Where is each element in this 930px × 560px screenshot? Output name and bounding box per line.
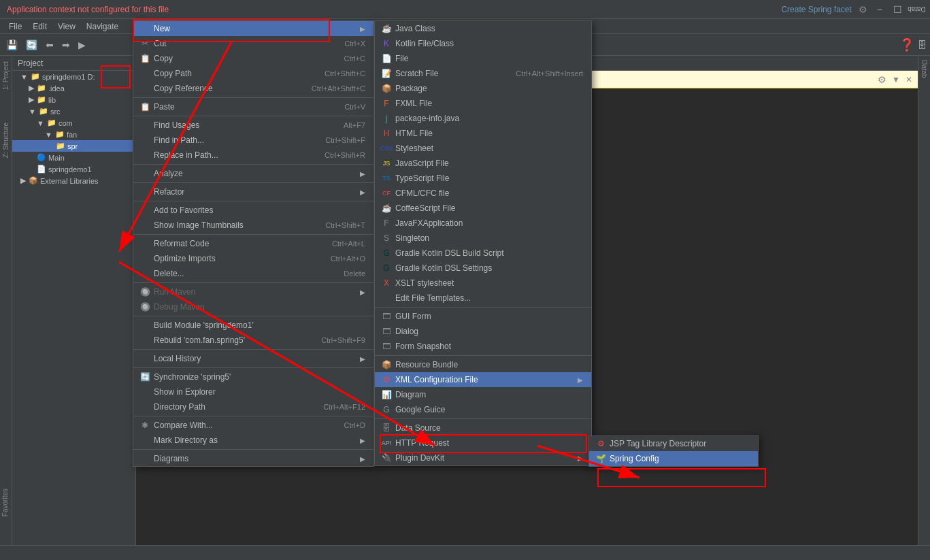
context-menu-compare-with[interactable]: ✱ Compare With... Ctrl+D — [133, 418, 373, 433]
new-data-source[interactable]: 🗄 Data Source — [375, 421, 591, 435]
restore-button[interactable]: ☐ — [891, 4, 905, 15]
context-menu-rebuild[interactable]: Rebuild 'com.fan.spring5' Ctrl+Shift+F9 — [133, 333, 373, 348]
context-menu-local-history[interactable]: Local History ▶ — [133, 351, 373, 366]
new-scratch-file[interactable]: 📝 Scratch File Ctrl+Alt+Shift+Insert — [375, 66, 591, 81]
context-menu-synchronize[interactable]: 🔄 Synchronize 'spring5' — [133, 369, 373, 384]
context-menu-run-maven[interactable]: 🔘 Run Maven ▶ — [133, 284, 373, 299]
create-spring-facet-link[interactable]: Create Spring facet — [781, 5, 851, 14]
sidebar-project-tab[interactable]: 1: Project — [1, 59, 11, 93]
new-diagram[interactable]: 📊 Diagram — [375, 387, 591, 402]
context-menu-cut[interactable]: ✂ Cut Ctrl+X — [133, 36, 373, 51]
new-google-guice[interactable]: G Google Guice — [375, 402, 591, 417]
menu-view[interactable]: View — [52, 20, 81, 33]
new-cfml[interactable]: CF CFML/CFC file — [375, 186, 591, 201]
context-menu-reformat[interactable]: Reformat Code Ctrl+Alt+L — [133, 236, 373, 251]
plugin-devkit-icon: 🔌 — [380, 453, 393, 463]
new-package[interactable]: 📦 Package — [375, 81, 591, 96]
tree-item-fan[interactable]: ▼📁fan — [12, 129, 135, 140]
toolbar-icon-4[interactable]: ➡ — [59, 38, 73, 52]
new-stylesheet[interactable]: CSS Stylesheet — [375, 141, 591, 156]
toolbar-icon-1[interactable]: 💾 — [3, 38, 20, 52]
context-menu-show-thumbnails[interactable]: Show Image Thumbnails Ctrl+Shift+T — [133, 218, 373, 233]
xml-spring-config[interactable]: 🌱 Spring Config — [589, 451, 758, 466]
xml-config-icon: ⚙ — [380, 375, 393, 384]
new-js[interactable]: JS JavaScript File — [375, 156, 591, 171]
context-menu-directory-path[interactable]: Directory Path Ctrl+Alt+F12 — [133, 399, 373, 414]
context-menu-add-favorites[interactable]: Add to Favorites — [133, 203, 373, 218]
menu-file[interactable]: File — [3, 20, 27, 33]
context-menu-replace-in-path[interactable]: Replace in Path... Ctrl+Shift+R — [133, 148, 373, 163]
context-menu-analyze[interactable]: Analyze ▶ — [133, 166, 373, 181]
new-kotlin-file[interactable]: K Kotlin File/Class — [375, 36, 591, 51]
submenu-xml: ⚙ JSP Tag Library Descriptor 🌱 Spring Co… — [588, 435, 759, 467]
new-gradle-build[interactable]: G Gradle Kotlin DSL Build Script — [375, 246, 591, 261]
context-menu-diagrams[interactable]: Diagrams ▶ — [133, 451, 373, 466]
minimize-button[interactable]: − — [874, 4, 885, 15]
context-menu-build-module[interactable]: Build Module 'springdemo1' — [133, 318, 373, 333]
analyze-arrow-icon: ▶ — [360, 170, 365, 178]
sidebar-structure-tab[interactable]: Z: Structure — [1, 120, 11, 161]
toolbar-icon-2[interactable]: 🔄 — [23, 38, 40, 52]
new-html[interactable]: H HTML File — [375, 126, 591, 141]
new-dialog[interactable]: 🗖 Dialog — [375, 324, 591, 339]
context-menu-mark-dir[interactable]: Mark Directory as ▶ — [133, 433, 373, 448]
help-icon[interactable]: ❓ — [899, 37, 914, 52]
context-menu-optimize-imports[interactable]: Optimize Imports Ctrl+Alt+O — [133, 251, 373, 266]
tree-item-spr[interactable]: 📁spr — [12, 140, 135, 152]
new-gui-form[interactable]: 🗖 GUI Form — [375, 309, 591, 324]
new-http-request[interactable]: API HTTP Request — [375, 435, 591, 450]
xml-jsp-tag-library[interactable]: ⚙ JSP Tag Library Descriptor — [589, 436, 758, 451]
new-xslt[interactable]: X XSLT stylesheet — [375, 276, 591, 291]
new-plugin-devkit[interactable]: 🔌 Plugin DevKit ▶ — [375, 450, 591, 465]
notification-arrow-icon[interactable]: ▼ — [892, 75, 900, 84]
favorites-tab[interactable]: Favorites — [0, 486, 10, 519]
tree-item-external-libs[interactable]: ▶📦External Libraries — [12, 175, 135, 186]
js-icon: JS — [380, 160, 393, 167]
cut-icon: ✂ — [139, 39, 151, 48]
toolbar-icon-3[interactable]: ⬅ — [43, 38, 56, 52]
new-resource-bundle[interactable]: 📦 Resource Bundle — [375, 357, 591, 372]
menu-edit[interactable]: Edit — [27, 20, 52, 33]
new-edit-templates[interactable]: Edit File Templates... — [375, 291, 591, 306]
menu-navigate[interactable]: Navigate — [81, 20, 124, 33]
gear-icon[interactable]: ⚙ — [859, 4, 867, 15]
run-maven-arrow-icon: ▶ — [360, 289, 365, 296]
context-menu-copy-ref[interactable]: Copy Reference Ctrl+Alt+Shift+C — [133, 81, 373, 96]
new-coffeescript[interactable]: ☕ CoffeeScript File — [375, 201, 591, 216]
context-menu-copy-path[interactable]: Copy Path Ctrl+Shift+C — [133, 66, 373, 81]
tree-item-lib[interactable]: ▶📁lib — [12, 94, 135, 105]
context-menu-paste[interactable]: 📋 Paste Ctrl+V — [133, 99, 373, 114]
new-ts[interactable]: TS TypeScript File — [375, 171, 591, 186]
tree-item-main[interactable]: 🔵Main — [12, 152, 135, 163]
synchronize-icon: 🔄 — [139, 372, 151, 382]
new-java-class[interactable]: ☕ Java Class — [375, 21, 591, 36]
new-package-info[interactable]: j package-info.java — [375, 111, 591, 126]
right-database-tab[interactable]: Datab — [919, 59, 929, 80]
context-menu-debug-maven[interactable]: 🔘 Debug Maven — [133, 299, 373, 314]
tree-item-springdemo1[interactable]: ▼📁springdemo1 D: — [12, 71, 135, 82]
toolbar-icon-5[interactable]: ▶ — [76, 38, 88, 52]
notification-close-icon[interactable]: ✕ — [906, 75, 912, 84]
tree-item-idea[interactable]: ▶📁.idea — [12, 82, 135, 94]
context-menu-new[interactable]: New ▶ — [133, 21, 373, 36]
context-menu-find-in-path[interactable]: Find in Path... Ctrl+Shift+F — [133, 133, 373, 148]
new-javafx[interactable]: F JavaFXApplication — [375, 216, 591, 231]
notification-gear-icon[interactable]: ⚙ — [878, 74, 886, 85]
title-bar: Application context not configured for t… — [0, 0, 930, 19]
new-file[interactable]: 📄 File — [375, 51, 591, 66]
new-form-snapshot[interactable]: 🗖 Form Snapshot — [375, 339, 591, 354]
new-xml-config[interactable]: ⚙ XML Configuration File ▶ — [375, 372, 591, 387]
context-menu-refactor[interactable]: Refactor ▶ — [133, 184, 373, 199]
context-menu-delete[interactable]: Delete... Delete — [133, 266, 373, 281]
database-tab-label[interactable]: Datab — [908, 3, 926, 16]
tree-item-com[interactable]: ▼📁com — [12, 117, 135, 129]
context-menu-find-usages[interactable]: Find Usages Alt+F7 — [133, 118, 373, 133]
tree-item-springdemo1-file[interactable]: 📄springdemo1 — [12, 163, 135, 175]
context-menu-show-explorer[interactable]: Show in Explorer — [133, 384, 373, 399]
db-icon[interactable]: 🗄 — [917, 39, 927, 50]
context-menu-copy[interactable]: 📋 Copy Ctrl+C — [133, 51, 373, 66]
tree-item-src[interactable]: ▼📁src — [12, 105, 135, 117]
new-singleton[interactable]: S Singleton — [375, 231, 591, 246]
new-gradle-settings[interactable]: G Gradle Kotlin DSL Settings — [375, 261, 591, 276]
new-fxml[interactable]: F FXML File — [375, 96, 591, 111]
